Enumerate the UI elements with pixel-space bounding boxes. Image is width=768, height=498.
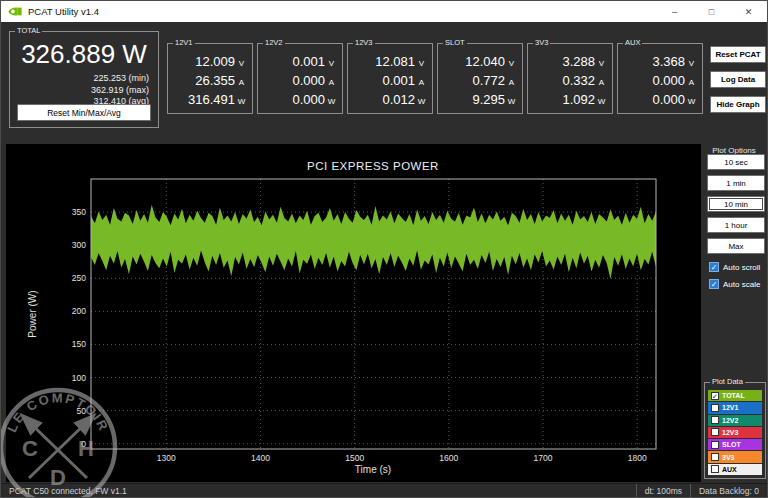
svg-text:1600: 1600 <box>439 453 458 463</box>
plot-data-12v3[interactable]: 12V3 <box>708 427 762 438</box>
rail-12v3-power: 0.012W <box>348 92 432 111</box>
minimize-button[interactable]: – <box>656 1 693 22</box>
rail-12v1-voltage: 12.009V <box>168 54 252 73</box>
plot-data-12v1-checkbox[interactable] <box>711 404 719 412</box>
total-max-value: 362.919 (max) <box>91 85 149 97</box>
window-title: PCAT Utility v1.4 <box>28 6 99 17</box>
svg-text:300: 300 <box>72 240 86 250</box>
rail-3v3-voltage: 3.288V <box>528 54 612 73</box>
rail-aux-voltage: 3.368V <box>618 54 702 73</box>
svg-text:1300: 1300 <box>157 453 176 463</box>
plot-data-3v3-checkbox[interactable] <box>711 453 719 461</box>
rail-12v2-current: 0.000A <box>258 73 342 92</box>
maximize-button[interactable]: □ <box>693 1 730 22</box>
plot-data-slot-checkbox[interactable] <box>711 441 719 449</box>
rail-3v3-power: 1.092W <box>528 92 612 111</box>
rail-12v1-label: 12V1 <box>173 38 195 48</box>
plot-range-1hour-button[interactable]: 1 hour <box>707 217 765 233</box>
rail-12v2-voltage: 0.001V <box>258 54 342 73</box>
status-bar: PCAT C50 connected, FW v1.1 dt: 100ms Da… <box>1 483 767 497</box>
rail-aux-group: AUX 3.368V 0.000A 0.000W <box>617 43 703 114</box>
plot-data-12v2[interactable]: 12V2 <box>708 415 762 426</box>
svg-text:1700: 1700 <box>534 453 553 463</box>
connection-status: PCAT C50 connected, FW v1.1 <box>1 484 636 497</box>
log-data-button[interactable]: Log Data <box>710 71 766 88</box>
plot-data-total-checkbox[interactable]: ✓ <box>711 392 719 400</box>
plot-data-slot[interactable]: SLOT <box>708 439 762 450</box>
auto-scale-row: ✓ Auto scale <box>709 279 760 289</box>
plot-data-12v2-checkbox[interactable] <box>711 416 719 424</box>
svg-text:50: 50 <box>77 406 87 416</box>
rail-aux-power: 0.000W <box>618 92 702 111</box>
rail-12v3-voltage: 12.081V <box>348 54 432 73</box>
rail-slot-current: 0.772A <box>438 73 522 92</box>
svg-text:1400: 1400 <box>251 453 270 463</box>
rail-slot-voltage: 12.040V <box>438 54 522 73</box>
svg-text:1500: 1500 <box>345 453 364 463</box>
total-power-stats: 225.253 (min) 362.919 (max) 312.410 (avg… <box>91 73 149 108</box>
plot-data-aux[interactable]: AUX <box>708 464 762 475</box>
svg-text:200: 200 <box>72 306 86 316</box>
auto-scale-label: Auto scale <box>723 280 760 289</box>
plot-data-aux-checkbox[interactable] <box>711 465 719 473</box>
rail-12v2-group: 12V2 0.001V 0.000A 0.000W <box>257 43 343 114</box>
plot-range-max-button[interactable]: Max <box>707 238 765 254</box>
svg-text:PCI EXPRESS POWER: PCI EXPRESS POWER <box>307 160 439 172</box>
rail-slot-group: SLOT 12.040V 0.772A 9.295W <box>437 43 523 114</box>
rail-aux-label: AUX <box>623 38 642 48</box>
plot-data-3v3[interactable]: 3V3 <box>708 451 762 462</box>
svg-text:0: 0 <box>81 439 86 449</box>
rail-12v2-label: 12V2 <box>263 38 285 48</box>
svg-text:Time (s): Time (s) <box>355 464 391 475</box>
svg-text:350: 350 <box>72 207 86 217</box>
total-power-group: TOTAL 326.889 W 225.253 (min) 362.919 (m… <box>9 31 159 128</box>
rail-12v2-power: 0.000W <box>258 92 342 111</box>
power-graph-panel: 1300140015001600170018000501001502002503… <box>6 144 701 482</box>
svg-text:Power (W): Power (W) <box>27 290 38 337</box>
rail-12v3-group: 12V3 12.081V 0.001A 0.012W <box>347 43 433 114</box>
reset-minmaxavg-button[interactable]: Reset Min/Max/Avg <box>17 104 151 121</box>
rail-slot-label: SLOT <box>443 38 467 48</box>
plot-range-10sec-button[interactable]: 10 sec <box>707 154 765 170</box>
rail-12v1-current: 26.355A <box>168 73 252 92</box>
window-titlebar: PCAT Utility v1.4 – □ ✕ <box>1 1 767 22</box>
svg-text:1800: 1800 <box>628 453 647 463</box>
hide-graph-button[interactable]: Hide Graph <box>710 96 766 113</box>
auto-scroll-row: ✓ Auto scroll <box>709 262 760 272</box>
reset-pcat-button[interactable]: Reset PCAT <box>710 46 766 63</box>
svg-text:250: 250 <box>72 273 86 283</box>
pci-express-power-chart: 1300140015001600170018000501001502002503… <box>6 144 701 486</box>
data-backlog-indicator: Data Backlog: 0 <box>690 484 767 497</box>
plot-data-label: Plot Data <box>710 377 745 387</box>
nvidia-logo-icon <box>8 6 22 17</box>
rail-12v3-current: 0.001A <box>348 73 432 92</box>
auto-scale-checkbox[interactable]: ✓ <box>709 279 719 289</box>
total-power-value: 326.889 W <box>10 39 158 70</box>
rail-12v3-label: 12V3 <box>353 38 375 48</box>
plot-data-rows: ✓TOTAL 12V1 12V2 12V3 SLOT 3V3 AUX <box>708 390 762 475</box>
svg-text:150: 150 <box>72 339 86 349</box>
rail-12v1-group: 12V1 12.009V 26.355A 316.491W <box>167 43 253 114</box>
plot-range-1min-button[interactable]: 1 min <box>707 175 765 191</box>
close-button[interactable]: ✕ <box>730 1 767 22</box>
rail-12v1-power: 316.491W <box>168 92 252 111</box>
plot-data-group: Plot Data ✓TOTAL 12V1 12V2 12V3 SLOT 3V3… <box>704 382 766 479</box>
plot-data-12v3-checkbox[interactable] <box>711 428 719 436</box>
plot-data-total[interactable]: ✓TOTAL <box>708 390 762 401</box>
rail-3v3-current: 0.332A <box>528 73 612 92</box>
svg-text:100: 100 <box>72 373 86 383</box>
rail-aux-current: 0.000A <box>618 73 702 92</box>
rail-3v3-group: 3V3 3.288V 0.332A 1.092W <box>527 43 613 114</box>
plot-data-12v1[interactable]: 12V1 <box>708 402 762 413</box>
pcat-utility-window: PCAT Utility v1.4 – □ ✕ TOTAL 326.889 W … <box>0 0 768 498</box>
total-group-label: TOTAL <box>15 26 42 36</box>
sample-interval-indicator: dt: 100ms <box>636 484 690 497</box>
total-min-value: 225.253 (min) <box>91 73 149 85</box>
rail-slot-power: 9.295W <box>438 92 522 111</box>
plot-range-10min-button[interactable]: 10 min <box>707 196 765 212</box>
auto-scroll-checkbox[interactable]: ✓ <box>709 262 719 272</box>
rail-3v3-label: 3V3 <box>533 38 550 48</box>
auto-scroll-label: Auto scroll <box>723 263 760 272</box>
